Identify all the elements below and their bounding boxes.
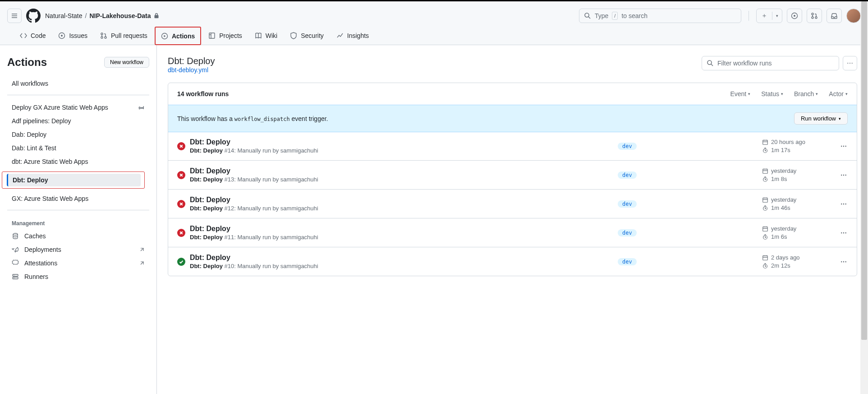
stopwatch-icon [762, 176, 768, 182]
sidebar-workflow-item[interactable]: Dab: Lint & Test [7, 141, 149, 155]
branch-tag[interactable]: dev [618, 200, 637, 208]
tab-label: Actions [172, 32, 195, 40]
sidebar-item-label: Dab: Lint & Test [12, 144, 56, 152]
filter-status[interactable]: Status▾ [761, 90, 783, 97]
tab-issues[interactable]: Issues [53, 28, 92, 45]
chevron-down-icon: ▾ [781, 92, 783, 96]
tab-wiki[interactable]: Wiki [249, 28, 283, 45]
sidebar-workflow-item-selected[interactable]: Dbt: Deploy [1, 168, 149, 192]
search-icon [707, 60, 714, 67]
hamburger-button[interactable] [7, 9, 22, 23]
run-row[interactable]: Dbt: DeployDbt: Deploy #11: Manually run… [168, 218, 857, 247]
filter-runs-input[interactable]: Filter workflow runs [702, 56, 839, 70]
svg-rect-14 [13, 277, 18, 279]
sidebar-deployments[interactable]: Deployments [7, 243, 149, 256]
github-mark-icon [26, 9, 41, 23]
run-title[interactable]: Dbt: Deploy [190, 138, 618, 146]
branch-tag[interactable]: dev [618, 143, 637, 150]
actions-sidebar: Actions New workflow All workflows Deplo… [0, 45, 157, 394]
tab-label: Projects [219, 32, 242, 39]
tab-insights[interactable]: Insights [331, 28, 374, 45]
run-menu-button[interactable]: ⋯ [834, 258, 848, 265]
sidebar-attestations[interactable]: Attestations [7, 256, 149, 270]
repo-tabs: Code Issues Pull requests Actions Projec… [7, 28, 861, 45]
breadcrumb-owner[interactable]: Natural-State [45, 12, 82, 19]
notifications-button[interactable] [827, 9, 842, 23]
sidebar-runners[interactable]: Runners [7, 270, 149, 283]
header-divider [749, 11, 749, 21]
pin-icon[interactable] [138, 104, 145, 111]
tab-pulls[interactable]: Pull requests [95, 28, 153, 45]
svg-point-9 [105, 37, 106, 38]
sidebar-workflow-item[interactable]: Deploy GX Azure Static Web Apps [7, 101, 149, 114]
github-logo[interactable] [26, 9, 41, 23]
svg-rect-13 [13, 274, 18, 276]
svg-point-2 [812, 13, 813, 15]
run-status [177, 258, 187, 266]
dispatch-code: workflow_dispatch [234, 116, 290, 122]
run-title[interactable]: Dbt: Deploy [190, 254, 618, 262]
hamburger-icon [11, 12, 18, 19]
new-workflow-button[interactable]: New workflow [104, 57, 149, 68]
run-title[interactable]: Dbt: Deploy [190, 167, 618, 175]
tab-label: Wiki [266, 32, 277, 39]
filter-label: Actor [829, 90, 844, 97]
run-timing: yesterday1m 46s [762, 196, 834, 211]
sidebar-workflow-item[interactable]: dbt: Azure Static Web Apps [7, 155, 149, 168]
tab-code[interactable]: Code [14, 28, 51, 45]
issue-icon [58, 32, 65, 39]
filter-event[interactable]: Event▾ [730, 90, 750, 97]
run-workflow-button[interactable]: Run workflow ▾ [794, 112, 848, 125]
run-menu-button[interactable]: ⋯ [834, 200, 848, 208]
run-menu-button[interactable]: ⋯ [834, 143, 848, 150]
workflow-main: Dbt: Deploy dbt-debloy.yml Filter workfl… [157, 45, 868, 394]
scrollbar-thumb[interactable] [861, 1, 867, 340]
issues-tray-button[interactable] [787, 9, 802, 23]
pull-requests-tray-button[interactable] [807, 9, 822, 23]
global-search[interactable]: Type / to search [579, 9, 741, 23]
run-row[interactable]: Dbt: DeployDbt: Deploy #14: Manually run… [168, 132, 857, 160]
sidebar-workflow-item[interactable]: GX: Azure Static Web Apps [7, 192, 149, 205]
run-row[interactable]: Dbt: DeployDbt: Deploy #13: Manually run… [168, 160, 857, 189]
breadcrumb-repo[interactable]: NIP-Lakehouse-Data [89, 12, 151, 19]
check-circle-icon [177, 258, 185, 266]
filter-label: Event [730, 90, 746, 97]
filter-label: Status [761, 90, 779, 97]
tab-projects[interactable]: Projects [203, 28, 248, 45]
runs-count: 14 workflow runs [177, 90, 229, 97]
run-menu-button[interactable]: ⋯ [834, 172, 848, 179]
user-avatar[interactable] [846, 9, 861, 23]
svg-rect-30 [763, 255, 768, 260]
run-title[interactable]: Dbt: Deploy [190, 196, 618, 204]
filter-branch[interactable]: Branch▾ [794, 90, 818, 97]
workflow-menu-button[interactable]: ⋯ [843, 56, 857, 70]
run-subtitle: Dbt: Deploy #12: Manually run by sammiga… [190, 205, 618, 212]
svg-point-29 [177, 258, 185, 266]
sidebar-workflow-item[interactable]: Dab: Deploy [7, 128, 149, 141]
sidebar-caches[interactable]: Caches [7, 229, 149, 243]
svg-rect-21 [763, 169, 768, 173]
sidebar-workflow-item[interactable]: Adf pipelines: Deploy [7, 114, 149, 128]
play-circle-icon [161, 32, 168, 40]
chevron-down-icon: ▾ [845, 92, 848, 96]
branch-tag[interactable]: dev [618, 172, 637, 179]
sidebar-all-workflows[interactable]: All workflows [7, 77, 149, 90]
run-timing: yesterday1m 8s [762, 167, 834, 182]
create-new-button[interactable]: ＋ ▾ [756, 9, 782, 23]
breadcrumb: Natural-State / NIP-Lakehouse-Data [45, 12, 159, 19]
tab-security[interactable]: Security [285, 28, 329, 45]
workflow-file-link[interactable]: dbt-debloy.yml [168, 66, 208, 74]
tab-actions[interactable]: Actions [155, 27, 201, 45]
run-status [177, 200, 187, 208]
scrollbar-track[interactable] [860, 1, 868, 394]
run-menu-button[interactable]: ⋯ [834, 229, 848, 236]
sidebar-item-label: Attestations [24, 260, 57, 267]
run-row[interactable]: Dbt: DeployDbt: Deploy #10: Manually run… [168, 247, 857, 276]
stopwatch-icon [762, 205, 768, 211]
branch-tag[interactable]: dev [618, 229, 637, 236]
filter-actor[interactable]: Actor▾ [829, 90, 848, 97]
runs-list: 14 workflow runs Event▾ Status▾ Branch▾ … [168, 83, 857, 276]
run-title[interactable]: Dbt: Deploy [190, 225, 618, 233]
run-row[interactable]: Dbt: DeployDbt: Deploy #12: Manually run… [168, 189, 857, 218]
branch-tag[interactable]: dev [618, 258, 637, 265]
